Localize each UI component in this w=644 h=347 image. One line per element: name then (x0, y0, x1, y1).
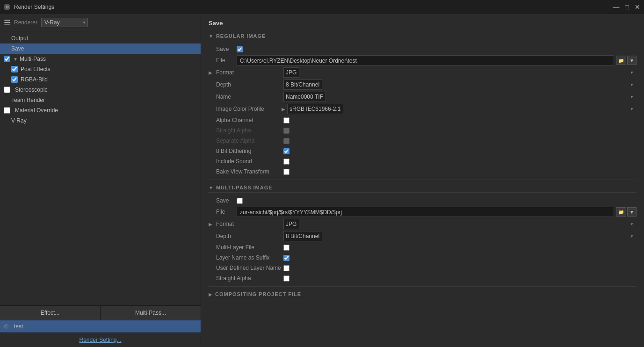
regular-color-profile-select[interactable]: sRGB IEC61966-2.1 (287, 104, 343, 114)
multipass-save-label: Save (209, 197, 237, 204)
multipass-save-row: Save (209, 195, 637, 206)
sidebar-item-materialoverride[interactable]: Material Override (0, 105, 201, 116)
materialoverride-checkbox[interactable] (4, 107, 10, 114)
scene-label: test (14, 323, 23, 330)
regular-separate-alpha-checkbox (283, 138, 289, 144)
regular-separate-alpha-label: Separate Alpha (209, 137, 283, 144)
regular-name-row: Name Name0000.TIF (209, 91, 637, 103)
multipass-layername-row: Layer Name as Suffix (209, 253, 637, 263)
multipass-format-dropdown-wrapper[interactable]: JPG (283, 219, 637, 229)
regular-save-row: Save (209, 44, 637, 54)
renderer-select[interactable]: V-Ray (41, 18, 88, 27)
regular-sound-checkbox[interactable] (283, 159, 289, 165)
multipass-save-checkbox[interactable] (237, 198, 243, 204)
multipass-depth-select[interactable]: 8 Bit/Channel (283, 231, 322, 241)
compositing-header[interactable]: ▶ COMPOSITING PROJECT FILE (209, 289, 637, 299)
regular-format-dropdown-wrapper[interactable]: JPG (283, 67, 637, 78)
regular-alpha-label: Alpha Channel (209, 117, 283, 123)
multipass-layername-label: Layer Name as Suffix (209, 254, 283, 261)
sidebar-item-stereoscopic[interactable]: Stereoscopic (0, 85, 201, 95)
renderer-select-wrapper[interactable]: V-Ray (41, 18, 88, 27)
maximize-button[interactable]: □ (625, 4, 629, 10)
regular-file-dropdown-button[interactable]: ▼ (627, 56, 637, 65)
multipass-straight-alpha-row: Straight Alpha (209, 273, 637, 283)
regular-format-select[interactable]: JPG (283, 67, 299, 78)
regular-name-label: Name (209, 94, 283, 100)
regular-save-checkbox[interactable] (237, 46, 243, 52)
multipass-userdefined-row: User Defined Layer Name (209, 263, 637, 273)
sidebar-item-multipass[interactable]: ▼ Multi-Pass (0, 54, 201, 64)
hamburger-icon[interactable]: ☰ (4, 18, 10, 27)
sidebar-item-save[interactable]: Save (0, 43, 201, 54)
compositing-title: COMPOSITING PROJECT FILE (215, 291, 301, 297)
multipass-multilayer-row: Multi-Layer File (209, 242, 637, 253)
sidebar-item-output[interactable]: Output (0, 33, 201, 43)
multipass-multilayer-label: Multi-Layer File (209, 244, 283, 251)
regular-straight-alpha-checkbox (283, 128, 289, 134)
multipass-depth-label: Depth (209, 233, 283, 239)
regular-depth-dropdown-wrapper[interactable]: 8 Bit/Channel (283, 80, 637, 90)
sidebar-top: ☰ Renderer V-Ray (0, 14, 201, 31)
sidebar-item-teamrender[interactable]: Team Render (0, 95, 201, 105)
regular-dithering-label: 8 Bit Dithering (209, 148, 283, 154)
regular-bake-label: Bake View Transform (209, 168, 283, 175)
regular-separate-alpha-row: Separate Alpha (209, 136, 637, 146)
regular-format-arrow[interactable]: ▶ (209, 70, 216, 75)
regular-file-browse-button[interactable]: 📁 (616, 56, 626, 65)
multipass-straight-alpha-checkbox[interactable] (283, 275, 289, 282)
multipass-checkbox[interactable] (4, 56, 10, 62)
multipass-format-arrow[interactable]: ▶ (209, 222, 216, 227)
titlebar-left: ⚙ Render Settings (4, 4, 54, 10)
titlebar: ⚙ Render Settings — □ ✕ (0, 0, 644, 14)
sidebar-item-rgbabild[interactable]: RGBA-Bild (0, 74, 201, 85)
multipass-format-label: Format (216, 221, 283, 227)
multipass-depth-row: Depth 8 Bit/Channel (209, 230, 637, 242)
close-button[interactable]: ✕ (635, 4, 640, 10)
divider-1 (209, 180, 637, 180)
regular-image-header[interactable]: ▼ REGULAR IMAGE (209, 31, 637, 41)
sidebar-scene: ◎ test (0, 320, 201, 333)
regular-dithering-checkbox[interactable] (283, 148, 289, 154)
multipass-layername-checkbox[interactable] (283, 255, 289, 261)
regular-color-profile-arrow[interactable]: ▶ (282, 107, 285, 112)
render-setting-link[interactable]: Render Setting... (79, 337, 121, 343)
regular-bake-checkbox[interactable] (283, 169, 289, 175)
regular-depth-select[interactable]: 8 Bit/Channel (283, 80, 322, 90)
multipass-file-row: File zur-ansicht/$prj/$rs/$YYYY$MM$DD/$p… (209, 206, 637, 218)
stereoscopic-checkbox[interactable] (4, 87, 10, 93)
multipass-file-path[interactable]: zur-ansicht/$prj/$rs/$YYYY$MM$DD/$prj (237, 207, 614, 217)
multipass-userdefined-checkbox[interactable] (283, 265, 289, 271)
multipass-image-arrow: ▼ (209, 185, 213, 190)
sidebar-item-posteffects[interactable]: Post Effects (0, 64, 201, 74)
scene-icon: ◎ (4, 323, 11, 330)
regular-color-profile-dropdown-wrapper[interactable]: sRGB IEC61966-2.1 (287, 104, 637, 114)
regular-save-label: Save (209, 46, 237, 52)
regular-image-arrow: ▼ (209, 34, 213, 39)
rgbabild-checkbox[interactable] (11, 76, 18, 83)
regular-file-actions: 📁 ▼ (616, 56, 637, 65)
regular-name-select[interactable]: Name0000.TIF (283, 92, 326, 102)
main-container: ☰ Renderer V-Ray Output Save ▼ (0, 14, 644, 347)
regular-name-dropdown-wrapper[interactable]: Name0000.TIF (283, 92, 637, 102)
multipass-file-browse-button[interactable]: 📁 (616, 207, 626, 217)
multipass-userdefined-label: User Defined Layer Name (209, 265, 283, 271)
multipass-button[interactable]: Multi-Pass... (101, 306, 201, 320)
multipass-multilayer-checkbox[interactable] (283, 245, 289, 251)
sidebar-item-vray[interactable]: V-Ray (0, 116, 201, 126)
minimize-button[interactable]: — (613, 4, 620, 10)
scene-item-test[interactable]: ◎ test (0, 320, 201, 333)
regular-image-title: REGULAR IMAGE (216, 33, 266, 39)
page-title: Save (209, 20, 637, 27)
regular-format-row: ▶ Format JPG (209, 66, 637, 79)
regular-color-profile-row: Image Color Profile ▶ sRGB IEC61966-2.1 (209, 103, 637, 115)
multipass-file-dropdown-button[interactable]: ▼ (627, 207, 637, 217)
regular-straight-alpha-label: Straight Alpha (209, 127, 283, 134)
multipass-image-header[interactable]: ▼ MULTI-PASS IMAGE (209, 183, 637, 193)
multipass-file-actions: 📁 ▼ (616, 207, 637, 217)
posteffects-checkbox[interactable] (11, 66, 18, 72)
effect-button[interactable]: Effect... (0, 306, 101, 320)
compositing-arrow: ▶ (209, 292, 212, 297)
multipass-format-select[interactable]: JPG (283, 219, 299, 229)
regular-alpha-checkbox[interactable] (283, 117, 289, 123)
regular-file-path[interactable]: C:\Users\el.RYZEN\Desktop\Neuer Ordner\t… (237, 55, 614, 65)
